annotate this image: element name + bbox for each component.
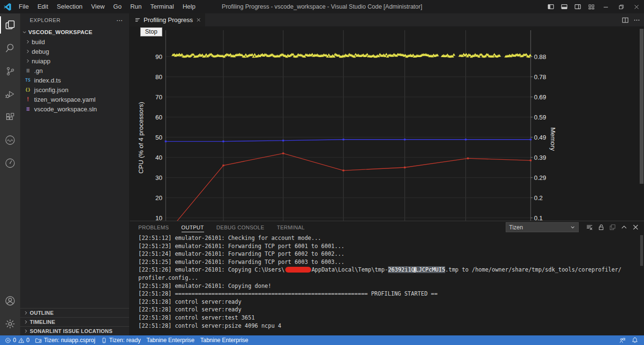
open-output-in-editor-button	[609, 224, 616, 231]
clear-output-button[interactable]	[586, 224, 593, 231]
tree-item-tizen-workspace-yaml[interactable]: !tizen_workspace.yaml	[20, 95, 129, 104]
menu-go[interactable]: Go	[109, 0, 126, 13]
output-console[interactable]: [22:51:12] emulator-26101: Checking for …	[130, 233, 644, 335]
tree-item-jsconfig-json[interactable]: {}jsconfig.json	[20, 85, 129, 95]
close-window-button[interactable]	[629, 0, 644, 13]
editor-tab-bar: Profiling Progress	[130, 13, 644, 26]
status-count: 0	[26, 337, 30, 344]
menu-bar: FileEditSelectionViewGoRunTerminalHelp	[14, 0, 200, 13]
status-tizen-device[interactable]: Tizen: ready	[98, 335, 144, 345]
files-icon	[4, 19, 16, 31]
activity-run-debug[interactable]	[0, 83, 20, 106]
output-line: [22:51:28] control server:ready	[138, 306, 644, 314]
svg-text:0.69: 0.69	[534, 94, 546, 101]
status-tabnine-enterprise-2[interactable]: Tabnine Enterprise	[197, 335, 251, 345]
chevron-right-icon	[22, 310, 30, 315]
selected-text: 26392i1Q	[388, 266, 414, 273]
status-tabnine-enterprise-1[interactable]: Tabnine Enterprise	[144, 335, 197, 345]
toggle-panel-button[interactable]	[558, 0, 571, 13]
feedback-icon	[619, 337, 626, 344]
activity-extensions[interactable]	[0, 106, 20, 129]
svg-text:90: 90	[156, 53, 162, 60]
section-label: OUTLINE	[30, 310, 54, 316]
close-panel-button[interactable]	[632, 224, 639, 231]
status-problems[interactable]: 00	[2, 335, 32, 345]
stop-button[interactable]: Stop	[140, 27, 162, 36]
output-line: [22:51:28] control server:test 3651	[138, 314, 644, 322]
status-label: Tizen: nuiapp.csproj	[44, 337, 95, 344]
svg-text:0.39: 0.39	[534, 154, 546, 161]
toggle-primary-sidebar-button[interactable]	[544, 0, 558, 13]
output-log-icon	[134, 17, 141, 23]
search-icon	[4, 42, 16, 54]
settings-gear-icon	[4, 318, 16, 330]
customize-layout-button[interactable]	[584, 0, 598, 13]
close-window-icon	[633, 4, 640, 10]
tab-close-icon[interactable]	[196, 17, 201, 23]
gn-file-icon: ≡	[24, 67, 32, 74]
activity-explorer[interactable]	[0, 13, 20, 36]
activity-source-control[interactable]	[0, 59, 20, 83]
menu-help[interactable]: Help	[178, 0, 200, 13]
panel-tab-terminal[interactable]: TERMINAL	[277, 221, 304, 233]
lock-autoscroll-button[interactable]	[597, 224, 605, 231]
svg-text:20: 20	[156, 194, 162, 202]
svg-text:60: 60	[156, 114, 162, 121]
panel-tab-debug-console[interactable]: DEBUG CONSOLE	[217, 221, 265, 233]
maximize-panel-button[interactable]	[620, 224, 628, 231]
split-editor-icon[interactable]	[622, 17, 629, 24]
tree-item-nuiapp[interactable]: nuiapp	[20, 56, 129, 66]
tree-item-label: index.d.ts	[34, 77, 61, 84]
panel-scrollbar[interactable]	[640, 235, 643, 266]
tree-item-index-d-ts[interactable]: TSindex.d.ts	[20, 75, 129, 85]
menu-run[interactable]: Run	[126, 0, 146, 13]
output-channel-dropdown[interactable]: Tizen	[506, 222, 579, 232]
redaction-mark	[285, 267, 311, 273]
account-icon	[4, 295, 16, 307]
svg-text:50: 50	[156, 134, 162, 141]
tab-profiling-progress[interactable]: Profiling Progress	[130, 13, 206, 26]
workspace-root-row[interactable]: VSCODE_WORKSPACE	[20, 27, 129, 37]
restore-button[interactable]	[613, 0, 629, 13]
section-outline[interactable]: OUTLINE	[20, 308, 129, 317]
editor-more-actions-icon[interactable]	[633, 17, 640, 24]
menu-view[interactable]: View	[87, 0, 109, 13]
status-tizen-project[interactable]: Tizen: nuiapp.csproj	[32, 335, 98, 345]
status-label: Tabnine Enterprise	[146, 337, 194, 344]
activity-account[interactable]	[0, 289, 20, 312]
activity-sonarlint[interactable]	[0, 129, 20, 152]
menu-file[interactable]: File	[14, 0, 33, 13]
minimize-button[interactable]	[598, 0, 613, 13]
status-count: 0	[13, 337, 16, 344]
panel-tab-problems[interactable]: PROBLEMS	[138, 221, 169, 233]
tree-item-build[interactable]: build	[20, 37, 129, 47]
bell-icon	[632, 337, 638, 344]
explorer-more-actions-icon[interactable]: ⋯	[116, 16, 123, 24]
output-line: [22:51:28] emulator-26101: Copying done!	[138, 282, 644, 290]
tree-item--gn[interactable]: ≡.gn	[20, 66, 129, 75]
menu-edit[interactable]: Edit	[33, 0, 52, 13]
editor-scrollbar[interactable]	[640, 29, 644, 184]
menu-terminal[interactable]: Terminal	[146, 0, 178, 13]
chevron-right-icon	[24, 39, 32, 44]
output-line: [22:51:26] emulator-26101: Copying C:\Us…	[138, 266, 644, 274]
output-line: [22:51:12] emulator-26101: Checking for …	[138, 234, 644, 242]
svg-text:Memory: Memory	[549, 128, 557, 151]
tree-item-vscode-workspace-sln[interactable]: ≡vscode_workspace.sln	[20, 104, 129, 114]
toggle-secondary-sidebar-button[interactable]	[571, 0, 584, 13]
status-feedback[interactable]	[616, 335, 629, 345]
open-editor-icon	[609, 224, 616, 231]
menu-selection[interactable]: Selection	[52, 0, 86, 13]
sidebar-bottom-sections: OUTLINETIMELINESONARLINT ISSUE LOCATIONS	[20, 308, 129, 335]
output-line: [22:51:28] control server:psize 4096 ncp…	[138, 322, 644, 330]
section-timeline[interactable]: TIMELINE	[20, 317, 129, 326]
chevron-right-icon	[22, 329, 30, 333]
activity-settings[interactable]	[0, 312, 20, 335]
sonarlint-icon	[4, 134, 16, 146]
status-notifications[interactable]	[629, 335, 641, 345]
activity-tizen-profiler[interactable]	[0, 152, 20, 175]
section-sonarlint-issue-locations[interactable]: SONARLINT ISSUE LOCATIONS	[20, 326, 129, 335]
panel-tab-output[interactable]: OUTPUT	[182, 221, 204, 233]
activity-search[interactable]	[0, 36, 20, 59]
tree-item-debug[interactable]: debug	[20, 47, 129, 56]
